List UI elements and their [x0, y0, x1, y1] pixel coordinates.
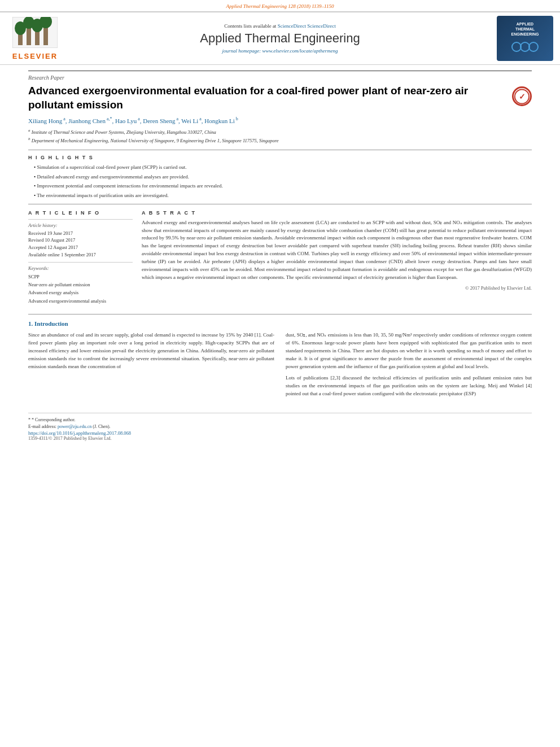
article-info-heading: A R T I C L E I N F O [28, 210, 133, 216]
author-5: Wei Li [181, 117, 198, 124]
introduction-columns: Since an abundance of coal and its secur… [28, 331, 532, 401]
journal-homepage-link[interactable]: journal homepage: www.elsevier.com/locat… [75, 48, 485, 54]
info-divider [28, 219, 133, 220]
introduction-title: 1. Introduction [28, 320, 532, 327]
abstract-paragraph: Advanced exergy and exergoenvironmental … [142, 219, 532, 282]
author-6: Hongkun Li [204, 117, 234, 124]
article-title: Advanced exergoenvironmental evaluation … [28, 84, 532, 112]
highlights-section: H I G H L I G H T S Simulation of a supe… [28, 155, 532, 199]
received-date: Received 19 June 2017 [28, 230, 133, 237]
affiliation-a: a Institute of Thermal Science and Power… [28, 128, 532, 136]
divider-1 [28, 150, 532, 150]
info-divider-2 [28, 262, 133, 263]
article-type-label: Research Paper [28, 71, 532, 81]
footer-section: * * Corresponding author. E-mail address… [28, 413, 532, 430]
abstract-heading: A B S T R A C T [142, 210, 532, 216]
elsevier-illustration [12, 17, 58, 48]
author-1: Xiliang Hong [28, 117, 62, 124]
journal-header-center: Contents lists available at ScienceDirec… [63, 23, 497, 54]
svg-point-10 [520, 42, 530, 51]
sciencedirect-text[interactable]: ScienceDirect [307, 23, 335, 29]
abstract-text: Advanced exergy and exergoenvironmental … [142, 219, 532, 282]
svg-text:✓: ✓ [519, 92, 526, 101]
intro-col-left: Since an abundance of coal and its secur… [28, 331, 274, 401]
title-section: ✓ Advanced exergoenvironmental evaluatio… [28, 84, 532, 112]
keywords-list: SCPP Near-zero air pollutant emission Ad… [28, 273, 133, 305]
author-4: Deren Sheng [143, 117, 175, 124]
affiliation-b: b Department of Mechanical Engineering, … [28, 136, 532, 145]
journal-title: Applied Thermal Engineering [75, 31, 485, 46]
divider-2 [28, 204, 532, 204]
journal-logo-text: APPLIEDTHERMALENGINEERING [511, 21, 539, 37]
keyword-3: Advanced exergy analysis [28, 289, 133, 296]
highlights-heading: H I G H L I G H T S [28, 155, 532, 160]
keywords-label: Keywords: [28, 265, 133, 271]
revised-date: Revised 10 August 2017 [28, 237, 133, 244]
doi-section: https://doi.org/10.1016/j.applthermaleng… [28, 430, 532, 445]
intro-col-right: dust, SO₂, and NOₓ emissions is less tha… [286, 331, 532, 401]
intro-paragraph-3: Lots of publications [2,3] discussed the… [286, 374, 532, 398]
copyright-line: © 2017 Published by Elsevier Ltd. [142, 285, 532, 291]
crossmark-badge[interactable]: ✓ [512, 86, 532, 106]
info-abstract-section: A R T I C L E I N F O Article history: R… [28, 210, 532, 305]
footnote: * * Corresponding author. E-mail address… [28, 417, 532, 430]
email-link[interactable]: power@zju.edu.cn [58, 424, 91, 429]
article-info-col: A R T I C L E I N F O Article history: R… [28, 210, 133, 305]
intro-text-col2: dust, SO₂, and NOₓ emissions is less tha… [286, 331, 532, 398]
journal-logo-box: APPLIEDTHERMALENGINEERING [497, 16, 553, 61]
elsevier-logo-section: ELSEVIER [7, 17, 63, 60]
svg-point-11 [529, 42, 538, 51]
email-suffix: (J. Chen). [93, 424, 110, 429]
email-note: E-mail address: power@zju.edu.cn (J. Che… [28, 423, 532, 430]
author-3: Hao Lyu [115, 117, 137, 124]
elsevier-brand-text[interactable]: ELSEVIER [7, 52, 63, 60]
sciencedirect-link[interactable]: ScienceDirect [278, 23, 306, 29]
journal-reference-bar: Applied Thermal Engineering 128 (2018) 1… [0, 0, 560, 11]
introduction-section: 1. Introduction Since an abundance of co… [28, 314, 532, 401]
crossmark-icon: ✓ [512, 86, 532, 106]
journal-reference-text: Applied Thermal Engineering 128 (2018) 1… [226, 3, 334, 9]
history-label: Article history: [28, 222, 133, 228]
keyword-1: SCPP [28, 273, 133, 281]
affiliations-section: a Institute of Thermal Science and Power… [28, 128, 532, 144]
intro-text-col1: Since an abundance of coal and its secur… [28, 331, 274, 371]
highlight-3: Improvement potential and component inte… [28, 182, 532, 190]
journal-logo-graphic [511, 38, 539, 55]
contents-available-line: Contents lists available at ScienceDirec… [75, 23, 485, 29]
authors-line: Xiliang Hong a, Jianhong Chen a,*, Hao L… [28, 116, 532, 124]
svg-point-9 [512, 42, 521, 51]
intro-paragraph-2: dust, SO₂, and NOₓ emissions is less tha… [286, 331, 532, 371]
corresponding-author-note: * * Corresponding author. [28, 417, 532, 423]
abstract-col: A B S T R A C T Advanced exergy and exer… [142, 210, 532, 305]
keyword-2: Near-zero air pollutant emission [28, 281, 133, 289]
intro-paragraph-1: Since an abundance of coal and its secur… [28, 331, 274, 371]
highlight-1: Simulation of a supercritical coal-fired… [28, 164, 532, 171]
highlight-2: Detailed advanced exergy and exergoenvir… [28, 173, 532, 181]
author-2[interactable]: Jianhong Chen [68, 117, 106, 124]
highlight-4: The environmental impacts of purificatio… [28, 192, 532, 199]
available-date: Available online 1 September 2017 [28, 251, 133, 259]
journal-header: ELSEVIER Contents lists available at Sci… [0, 11, 560, 65]
accepted-date: Accepted 12 August 2017 [28, 244, 133, 251]
keyword-4: Advanced exergoenvironmental analysis [28, 297, 133, 305]
article-body: Research Paper ✓ Advanced exergoenvironm… [0, 65, 560, 407]
issn-line: 1359-4311/© 2017 Published by Elsevier L… [28, 436, 532, 441]
doi-link[interactable]: https://doi.org/10.1016/j.applthermaleng… [28, 430, 532, 436]
